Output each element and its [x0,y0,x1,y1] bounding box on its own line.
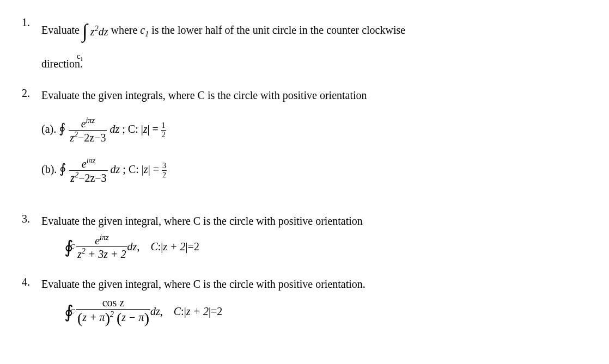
problem-number: 1. [22,16,41,29]
problem-text: Evaluate the given integral, where C is … [41,213,587,229]
contour-integral-symbol: ∮ [59,162,66,176]
equals: = [153,163,162,175]
integrand: z2dz [90,23,108,40]
sub-problem-b: (b). ∮ eiπz z2−2z−3 dz ; C: z = 3 2 [41,157,587,184]
problem-number: 4. [22,276,41,288]
equals: = [188,240,194,253]
problem-number: 3. [22,213,41,225]
display-equation: ∮ C eiπz z2 + 3z + 2 dz , C : z + 2 = 2 [64,233,587,261]
integrand-fraction: eiπz z2−2z−3 [69,157,107,184]
problem-1: 1. Evaluate ∫ c1 z2dz where c1 is the lo… [22,16,587,72]
contour-integral-symbol: ∮ [64,301,74,322]
numerator: cos z [76,297,150,310]
abs-expr: z + 2 [161,240,187,253]
text-after: is the lower half of the unit circle in … [151,24,405,36]
rhs: 2 [194,240,199,253]
integrand-fraction: eiπz z2−2z−3 [69,116,107,144]
dz: dz [109,123,119,135]
abs-z: z [142,163,150,175]
dz: dz [127,240,137,253]
contour-integral-symbol: ∮ [59,121,66,135]
C-label: C [150,240,157,253]
denominator: z2−2z−3 [69,171,107,184]
problem-4: 4. Evaluate the given integral, where C … [22,276,587,327]
abs-expr: z + 2 [184,305,211,318]
text-mid: where [111,24,140,36]
integrand-fraction: cos z (z + π)2 (z − π) [76,297,150,327]
contour-integral-symbol: ∮ [64,237,74,257]
denominator: z2 + 3z + 2 [76,247,127,261]
problem-content: Evaluate the given integral, where C is … [41,276,587,327]
problem-3: 3. Evaluate the given integral, where C … [22,213,587,261]
denominator: z2−2z−3 [69,131,107,144]
problem-2: 2. Evaluate the given integrals, where C… [22,87,587,198]
denominator: (z + π)2 (z − π) [76,310,150,327]
problem-content: Evaluate ∫ c1 z2dz where c1 is the lower… [41,16,587,72]
sub-label: (a). [41,123,59,135]
problem-text: Evaluate the given integral, where C is … [41,276,587,292]
comma: , [160,305,174,318]
integral-symbol: ∫ [82,16,88,46]
problem-text: Evaluate the given integrals, where C is… [41,87,587,103]
C-label: C [174,305,181,318]
numerator: eiπz [69,157,107,171]
equals: = [153,123,161,135]
comma: , [137,240,150,253]
numerator: eiπz [76,233,127,248]
rhs-fraction: 3 2 [162,162,167,179]
display-equation: ∮ C cos z (z + π)2 (z − π) dz , C : z + … [64,297,587,327]
separator: ; C: [122,123,141,135]
dz: dz [111,163,120,175]
rhs-fraction: 1 2 [161,122,166,139]
problem-number: 2. [22,87,41,100]
text-before: Evaluate [41,24,82,36]
integral-expression: ∫ c1 [82,16,88,46]
problem-text-line2: direction. [41,55,587,72]
problem-text: Evaluate ∫ c1 z2dz where c1 is the lower… [41,16,587,46]
separator: ; C: [123,163,141,175]
rhs: 2 [217,305,222,318]
integral-lower-limit: c1 [77,51,83,63]
dz: dz [150,305,160,318]
problem-content: Evaluate the given integral, where C is … [41,213,587,261]
problem-content: Evaluate the given integrals, where C is… [41,87,587,198]
sub-label: (b). [41,163,59,175]
integrand-fraction: eiπz z2 + 3z + 2 [76,233,127,261]
abs-z: z [141,123,150,135]
numerator: eiπz [69,116,107,131]
equals: = [211,305,217,318]
sub-problem-a: (a). ∮ eiπz z2−2z−3 dz ; C: z = 1 2 [41,116,587,144]
contour-var: c1 [140,24,149,36]
